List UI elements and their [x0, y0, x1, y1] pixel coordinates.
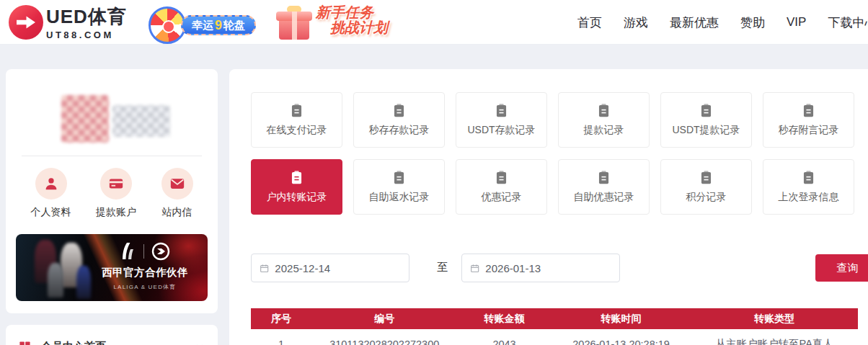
top-bar: UED体育 UT88.COM 幸运 9 轮盘 新手任务 挑战计划 首页 游戏 最…	[0, 0, 868, 45]
grid-icon	[19, 341, 31, 345]
nav-vip[interactable]: VIP	[787, 15, 806, 30]
play-arrow-icon	[17, 15, 35, 30]
nav-promotions[interactable]: 最新优惠	[670, 14, 719, 31]
newbie-line1: 新手任务	[316, 5, 388, 20]
col-index: 序号	[251, 308, 311, 329]
tab-quick-deposit-memo-records[interactable]: 秒存附言记录	[763, 92, 854, 148]
table-row: 1 3101132028202272300 2043 2026-01-13 20…	[251, 329, 858, 345]
banner-title: 西甲官方合作伙伴	[88, 266, 202, 279]
main-nav: 首页 游戏 最新优惠 赞助 VIP 下载中心	[577, 0, 868, 45]
end-date-field[interactable]	[461, 254, 620, 282]
col-type: 转账类型	[691, 308, 858, 329]
search-button[interactable]: 查询	[815, 254, 868, 282]
nav-download[interactable]: 下载中心	[828, 14, 868, 31]
tab-points-records[interactable]: 积分记录	[660, 159, 752, 215]
banner-subtitle: LALIGA & UED体育	[88, 283, 202, 291]
nav-sponsor[interactable]: 赞助	[740, 14, 765, 31]
cell-index: 1	[251, 329, 311, 345]
member-center-menu[interactable]: 会员中心首页	[6, 325, 218, 345]
tab-internal-transfer-records[interactable]: 户内转账记录	[251, 159, 342, 215]
record-tabs: 在线支付记录 秒存存款记录 USDT存款记录 提款记录 USDT提款记录 秒存附…	[251, 92, 854, 215]
tab-self-rebate-records[interactable]: 自助返水记录	[353, 159, 445, 215]
promo-suffix: 轮盘	[223, 19, 245, 32]
start-date-input[interactable]	[275, 262, 401, 274]
col-amount: 转账金额	[457, 308, 552, 329]
tab-usdt-deposit-records[interactable]: USDT存款记录	[456, 92, 547, 148]
ued-logo-icon	[151, 242, 170, 261]
lucky-wheel-promo[interactable]: 幸运 9 轮盘	[181, 15, 256, 35]
transfer-records-table: 序号 编号 转账金额 转账时间 转账类型 1 31011320282022723…	[251, 308, 858, 345]
brand-text[interactable]: UED体育 UT88.COM	[46, 6, 127, 40]
username-redacted	[112, 105, 170, 137]
menu-label: 会员中心首页	[41, 340, 106, 345]
calendar-icon	[470, 263, 479, 274]
cell-amount: 2043	[457, 329, 552, 345]
bank-card-icon	[100, 168, 132, 200]
laliga-partner-banner[interactable]: 西甲官方合作伙伴 LALIGA & UED体育	[16, 234, 208, 301]
calendar-icon	[260, 263, 269, 274]
brand-logo[interactable]	[9, 5, 43, 40]
user-icon	[35, 168, 67, 200]
end-date-input[interactable]	[485, 262, 611, 274]
date-range-separator: 至	[437, 261, 448, 274]
laliga-logo-icon	[120, 242, 136, 261]
gift-icon[interactable]	[275, 4, 313, 40]
nav-games[interactable]: 游戏	[624, 14, 648, 31]
cell-id: 3101132028202272300	[311, 329, 457, 345]
divider	[22, 156, 202, 156]
member-center-page: UED体育 UT88.COM 幸运 9 轮盘 新手任务 挑战计划 首页 游戏 最…	[0, 0, 868, 345]
tab-quick-deposit-records[interactable]: 秒存存款记录	[353, 92, 445, 148]
tab-last-login-info[interactable]: 上次登录信息	[763, 159, 854, 215]
promo-prefix: 幸运	[192, 19, 213, 32]
shortcut-profile[interactable]: 个人资料	[31, 168, 71, 219]
tab-withdrawal-records[interactable]: 提款记录	[558, 92, 650, 148]
profile-card: 个人资料 提款账户 站内信	[6, 69, 218, 313]
cell-time: 2026-01-13 20:28:19	[552, 329, 691, 345]
mail-icon	[161, 168, 193, 200]
brand-title: UED体育	[46, 6, 127, 27]
col-time: 转账时间	[552, 308, 691, 329]
shortcut-messages[interactable]: 站内信	[161, 168, 193, 219]
brand-domain: UT88.COM	[46, 30, 127, 40]
tab-online-payment-records[interactable]: 在线支付记录	[251, 92, 342, 148]
date-filter: 至 查询	[251, 254, 858, 282]
tab-self-promotion-records[interactable]: 自助优惠记录	[558, 159, 650, 215]
avatar	[61, 95, 109, 143]
chevron-down-icon[interactable]	[195, 341, 205, 345]
divider	[143, 244, 144, 259]
shortcut-label: 提款账户	[96, 206, 136, 219]
promo-highlight: 9	[214, 18, 223, 33]
newbie-task-promo[interactable]: 新手任务 挑战计划	[316, 5, 388, 35]
cell-type: 从主账户账户转至PA真人	[691, 329, 858, 345]
shortcut-withdraw-account[interactable]: 提款账户	[96, 168, 136, 219]
shortcut-label: 站内信	[162, 206, 192, 219]
nav-home[interactable]: 首页	[577, 14, 602, 31]
tab-usdt-withdrawal-records[interactable]: USDT提款记录	[660, 92, 752, 148]
newbie-line2: 挑战计划	[330, 20, 388, 35]
shortcut-label: 个人资料	[31, 206, 71, 219]
table-header-row: 序号 编号 转账金额 转账时间 转账类型	[251, 308, 858, 329]
records-panel: 在线支付记录 秒存存款记录 USDT存款记录 提款记录 USDT提款记录 秒存附…	[229, 69, 868, 345]
start-date-field[interactable]	[251, 254, 409, 282]
tab-promotion-records[interactable]: 优惠记录	[456, 159, 547, 215]
col-id: 编号	[311, 308, 457, 329]
profile-shortcuts: 个人资料 提款账户 站内信	[6, 168, 218, 219]
